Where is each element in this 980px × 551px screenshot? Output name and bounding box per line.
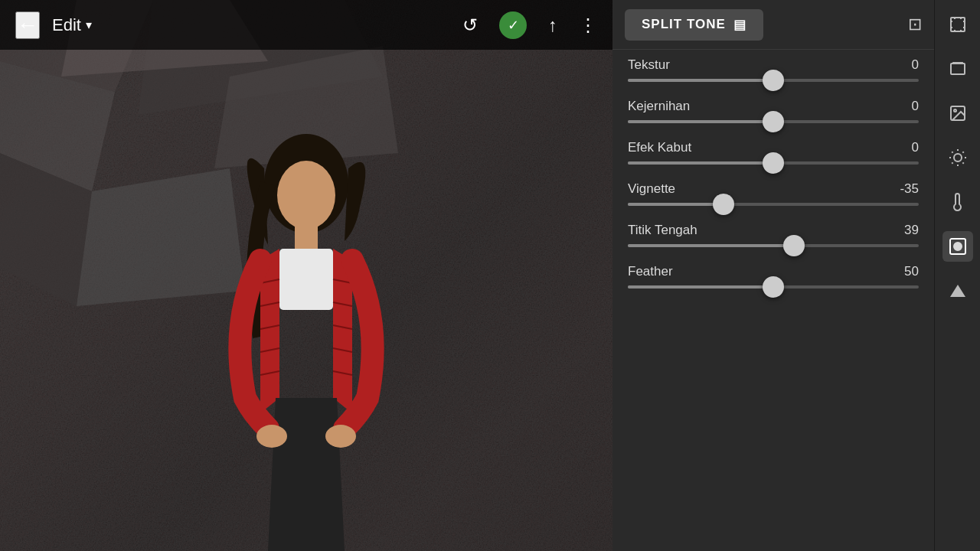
main-layout: ← Edit ▾ ↺ ✓ ↑ ⋮ SPLIT TONE ▤ ⊡ [0,0,980,551]
kejernihan-fill [628,120,773,123]
vignette-value: -35 [900,181,919,197]
vignette-thumb[interactable] [713,194,734,215]
photo-area: ← Edit ▾ ↺ ✓ ↑ ⋮ [0,0,612,551]
svg-point-29 [954,154,962,161]
edit-label: Edit [52,15,81,35]
layers-tool-icon[interactable] [942,54,973,84]
kejernihan-thumb[interactable] [763,111,784,132]
svg-point-23 [325,425,356,448]
split-tone-button[interactable]: SPLIT TONE ▤ [625,9,763,41]
split-tone-icon: ▤ [733,17,746,33]
svg-point-39 [954,243,962,250]
tekstur-value: 0 [912,57,919,73]
svg-marker-40 [950,285,965,297]
person-figure [191,107,421,551]
tekstur-thumb[interactable] [763,70,784,91]
efek-kabut-thumb[interactable] [763,152,784,174]
more-options-button[interactable]: ⋮ [579,15,597,36]
slider-row-kejernihan: Kejernihan 0 [628,99,919,123]
edit-dropdown[interactable]: Edit ▾ [52,15,92,35]
vignette-track[interactable] [628,203,919,206]
vignette-label: Vignette [628,181,675,197]
tekstur-label: Tekstur [628,57,670,73]
efek-kabut-value: 0 [912,140,919,155]
slider-row-efek-kabut: Efek Kabut 0 [628,140,919,165]
split-tone-label: SPLIT TONE [642,17,726,32]
svg-point-28 [954,109,956,112]
temperature-tool-icon[interactable] [942,187,973,217]
light-tool-icon[interactable] [942,142,973,173]
panel-header: SPLIT TONE ▤ ⊡ [612,0,934,50]
feather-fill [628,285,773,289]
svg-rect-25 [951,64,965,74]
person-svg [191,107,421,551]
efek-kabut-track[interactable] [628,161,919,165]
svg-line-32 [952,152,952,152]
crop-icon[interactable]: ⊡ [908,15,922,34]
undo-button[interactable]: ↺ [462,15,478,36]
feather-label: Feather [628,264,673,279]
slider-row-vignette: Vignette -35 [628,181,919,206]
photo-canvas [0,0,612,551]
vignette-fill [628,203,724,206]
svg-rect-26 [952,62,963,64]
photo-tool-icon[interactable] [942,98,973,129]
svg-point-9 [277,161,335,230]
tekstur-fill [628,79,773,82]
feather-value: 50 [904,264,919,279]
kejernihan-track[interactable] [628,120,919,123]
share-button[interactable]: ↑ [548,15,557,36]
svg-rect-10 [295,226,318,249]
svg-line-37 [962,152,963,152]
kejernihan-label: Kejernihan [628,99,690,114]
right-panel: SPLIT TONE ▤ ⊡ Tekstur 0 Kejerniha [612,0,934,551]
slider-row-titik-tengah: Titik Tengah 39 [628,223,919,247]
photo-background [0,0,612,551]
titik-tengah-value: 39 [904,223,919,238]
edit-arrow-icon: ▾ [86,18,92,32]
svg-line-33 [962,162,963,163]
efek-kabut-label: Efek Kabut [628,140,691,155]
back-button[interactable]: ← [15,11,40,39]
svg-rect-24 [951,18,965,31]
titik-tengah-fill [628,244,794,247]
vignette-tool-icon[interactable] [942,231,973,262]
gradient-tool-icon[interactable] [942,276,973,306]
titik-tengah-label: Titik Tengah [628,223,697,238]
sliders-area: Tekstur 0 Kejernihan 0 [612,50,934,551]
feather-thumb[interactable] [763,276,784,298]
top-bar-right: ↺ ✓ ↑ ⋮ [462,11,597,39]
svg-rect-11 [279,249,333,310]
tekstur-track[interactable] [628,79,919,82]
kejernihan-value: 0 [912,99,919,114]
slider-row-tekstur: Tekstur 0 [628,57,919,82]
svg-line-36 [952,162,952,163]
side-toolbar [934,0,980,551]
svg-point-22 [256,425,287,448]
top-bar: ← Edit ▾ ↺ ✓ ↑ ⋮ [0,0,612,50]
confirm-button[interactable]: ✓ [499,11,527,39]
efek-kabut-fill [628,161,773,165]
titik-tengah-thumb[interactable] [783,235,805,256]
feather-track[interactable] [628,285,919,289]
titik-tengah-track[interactable] [628,244,919,247]
transform-tool-icon[interactable] [942,9,973,40]
slider-row-feather: Feather 50 [628,264,919,289]
